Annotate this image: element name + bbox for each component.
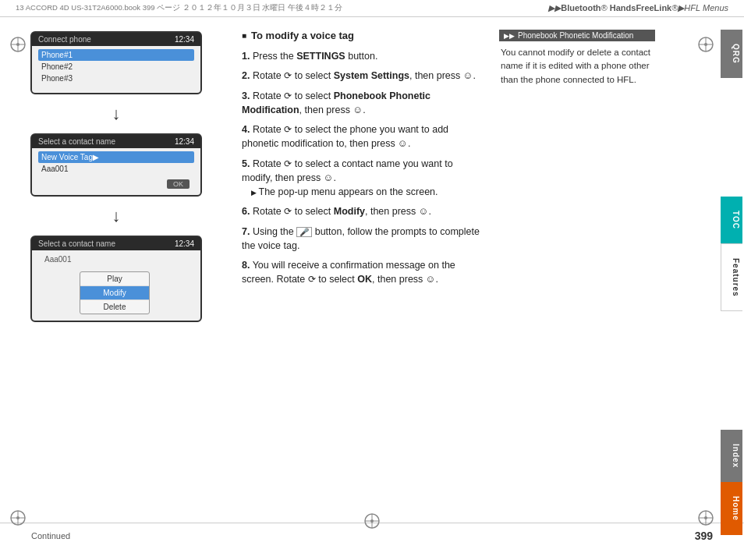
corner-decoration-tr: [697, 36, 714, 57]
svg-point-15: [704, 516, 707, 519]
popup-item-modify: Modify: [80, 286, 149, 300]
step-3-num: 3.: [242, 90, 250, 101]
screen1-header: Connect phone 12:34: [32, 33, 200, 46]
screen3-time: 12:34: [175, 239, 194, 248]
corner-decoration-br: [697, 509, 714, 530]
screen1-item-2: Phone#2: [38, 61, 194, 73]
section-title: To modify a voice tag: [242, 30, 484, 41]
step-4-num: 4.: [242, 124, 250, 135]
tab-home[interactable]: Home: [721, 482, 742, 535]
screen1-item-1: Phone#1: [38, 49, 194, 61]
device-screen-3: Select a contact name 12:34 Aaa001 Play …: [30, 236, 202, 322]
page-header: 13 ACCORD 4D US-31T2A6000.book 399 ページ ２…: [0, 0, 744, 17]
popup-menu: Play Modify Delete: [80, 271, 150, 314]
tab-qrg[interactable]: QRG: [721, 30, 742, 78]
step-2: 2. Rotate ⟳ to select System Settings, t…: [242, 69, 484, 83]
step-4: 4. Rotate ⟳ to select the phone you want…: [242, 122, 484, 151]
popup-item-delete: Delete: [80, 300, 149, 314]
step-7-num: 7.: [242, 226, 250, 237]
step-6: 6. Rotate ⟳ to select Modify, then press…: [242, 204, 484, 218]
right-panel: To modify a voice tag 1. Press the SETTI…: [226, 17, 744, 523]
info-box-area: Phonebook Phonetic Modification You cann…: [499, 30, 655, 510]
main-content: Connect phone 12:34 Phone#1 Phone#2 Phon…: [0, 17, 744, 523]
rotate-icon-4: ⟳: [284, 124, 292, 135]
screen1-body: Phone#1 Phone#2 Phone#3: [32, 46, 200, 93]
step-1: 1. Press the SETTINGS button.: [242, 49, 484, 63]
corner-decoration-bl: [9, 509, 27, 530]
screen2-time: 12:34: [175, 137, 194, 146]
screen1-item-3: Phone#3: [38, 73, 194, 84]
svg-point-3: [16, 43, 19, 46]
info-box-body: You cannot modify or delete a contact na…: [499, 46, 655, 87]
rotate-icon-2: ⟳: [284, 70, 292, 81]
page-number: 399: [695, 530, 713, 542]
mic-button-icon: 🎤: [296, 227, 312, 237]
mid-tabs: TOC Features: [721, 197, 744, 312]
device-screen-1: Connect phone 12:34 Phone#1 Phone#2 Phon…: [30, 31, 202, 94]
step-5: 5. Rotate ⟳ to select a contact name you…: [242, 157, 484, 200]
svg-point-11: [16, 516, 19, 519]
screen2-title: Select a contact name: [38, 137, 115, 146]
rotate-icon-6: ⟳: [284, 206, 292, 217]
screen3-contact: Aaa001: [38, 253, 194, 265]
info-box-title: Phonebook Phonetic Modification: [499, 30, 655, 41]
down-arrow-1: ↓: [112, 104, 121, 124]
sidebar-tabs: QRG TOC Features Index Home: [721, 30, 744, 535]
tab-toc[interactable]: TOC: [721, 197, 742, 243]
down-arrow-2: ↓: [112, 206, 121, 226]
screen3-header: Select a contact name 12:34: [32, 237, 200, 250]
ok-button-screen2[interactable]: OK: [167, 179, 190, 189]
screen2-body: New Voice Tag▶ Aaa001 OK: [32, 148, 200, 195]
step-8-num: 8.: [242, 260, 250, 271]
screen2-item-1: New Voice Tag▶: [38, 151, 194, 163]
popup-item-play: Play: [80, 272, 149, 286]
screen2-header: Select a contact name 12:34: [32, 135, 200, 148]
instructions: To modify a voice tag 1. Press the SETTI…: [242, 30, 484, 510]
svg-point-19: [370, 519, 374, 523]
rotate-icon-5: ⟳: [284, 158, 292, 169]
page-info: 13 ACCORD 4D US-31T2A6000.book 399 ページ ２…: [16, 3, 342, 13]
footer-continued: Continued: [31, 531, 70, 541]
step-1-num: 1.: [242, 51, 250, 62]
tab-index[interactable]: Index: [721, 430, 742, 482]
step-3: 3. Rotate ⟳ to select Phonebook Phonetic…: [242, 89, 484, 118]
rotate-icon-8: ⟳: [308, 274, 316, 285]
screen3-body: Aaa001 Play Modify Delete: [32, 250, 200, 321]
chapter-title: ▶▶Bluetooth® HandsFreeLink®▶HFL Menus: [548, 3, 728, 13]
step-7: 7. Using the 🎤 button, follow the prompt…: [242, 225, 484, 253]
corner-decoration-tl: [9, 36, 27, 57]
screen1-title: Connect phone: [38, 35, 91, 44]
top-tabs: QRG: [721, 30, 744, 78]
left-panel: Connect phone 12:34 Phone#1 Phone#2 Phon…: [0, 17, 226, 523]
step-6-num: 6.: [242, 206, 250, 217]
screen2-item-2: Aaa001: [38, 163, 194, 175]
center-bottom-compass: [363, 512, 381, 532]
svg-point-7: [704, 43, 707, 46]
tab-features[interactable]: Features: [721, 243, 742, 312]
bottom-tabs: Index Home: [721, 430, 744, 535]
step-5-num: 5.: [242, 158, 250, 169]
step-8: 8. You will receive a confirmation messa…: [242, 258, 484, 287]
screen1-time: 12:34: [175, 35, 194, 44]
step-2-num: 2.: [242, 70, 250, 81]
device-screen-2: Select a contact name 12:34 New Voice Ta…: [30, 133, 202, 197]
rotate-icon-3: ⟳: [284, 90, 292, 101]
screen3-title: Select a contact name: [38, 239, 115, 248]
step-5-note: The pop-up menu appears on the screen.: [242, 185, 484, 199]
